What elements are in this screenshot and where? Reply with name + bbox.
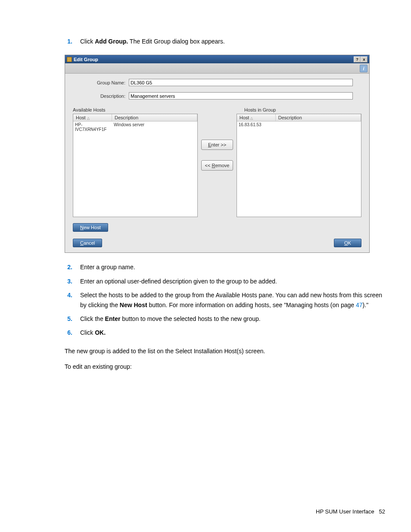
available-hosts-table[interactable]: Host△ Description HP-IVC7XRN4YF1F Window… bbox=[73, 114, 198, 217]
close-button[interactable]: x bbox=[361, 56, 367, 62]
step-3: 3. Enter an optional user-defined descri… bbox=[65, 277, 385, 286]
intro-paragraph: To edit an existing group: bbox=[65, 362, 385, 371]
description-label: Description: bbox=[73, 93, 129, 99]
cell-host: 16.83.61.53 bbox=[237, 121, 276, 128]
col-host[interactable]: Host△ bbox=[237, 114, 276, 121]
cancel-button[interactable]: Cancel bbox=[73, 239, 102, 247]
group-name-input[interactable] bbox=[129, 79, 353, 86]
step-number: 1. bbox=[65, 37, 80, 46]
page-link[interactable]: 47 bbox=[356, 302, 363, 308]
ok-button[interactable]: OK bbox=[334, 239, 361, 247]
edit-group-dialog: Edit Group ? x i Group Name: Description… bbox=[65, 55, 370, 253]
step-text: Click Add Group. The Edit Group dialog b… bbox=[80, 37, 385, 46]
description-input[interactable] bbox=[129, 92, 353, 100]
group-name-row: Group Name: bbox=[73, 79, 361, 86]
enter-button[interactable]: Enter >> bbox=[201, 140, 233, 150]
table-row[interactable]: 16.83.61.53 bbox=[237, 121, 361, 128]
help-button[interactable]: ? bbox=[354, 56, 361, 62]
instruction-list-after: 2. Enter a group name. 3. Enter an optio… bbox=[65, 262, 385, 337]
titlebar-buttons: ? x bbox=[354, 56, 367, 62]
table-header: Host△ Description bbox=[237, 114, 361, 121]
sort-icon: △ bbox=[250, 116, 253, 120]
table-row[interactable]: HP-IVC7XRN4YF1F Windows server bbox=[73, 121, 197, 133]
dialog-title: Edit Group bbox=[74, 57, 98, 62]
group-name-label: Group Name: bbox=[73, 80, 129, 85]
sort-icon: △ bbox=[87, 116, 90, 120]
result-paragraph: The new group is added to the list on th… bbox=[65, 346, 385, 356]
cell-host: HP-IVC7XRN4YF1F bbox=[73, 121, 112, 133]
step-number: 2. bbox=[65, 262, 80, 272]
instruction-list-before: 1. Click Add Group. The Edit Group dialo… bbox=[65, 37, 385, 46]
step-4: 4. Select the hosts to be added to the g… bbox=[65, 290, 385, 310]
hosts-in-group-table[interactable]: Host△ Description 16.83.61.53 bbox=[237, 114, 361, 217]
step-number: 6. bbox=[65, 328, 80, 337]
col-description[interactable]: Description bbox=[276, 114, 361, 121]
footer-page-number: 52 bbox=[379, 508, 385, 515]
step-text: Enter a group name. bbox=[80, 262, 385, 272]
remove-button[interactable]: << Remove bbox=[201, 160, 233, 171]
step-text: Enter an optional user-defined descripti… bbox=[80, 277, 385, 286]
table-header: Host△ Description bbox=[73, 114, 197, 121]
dialog-titlebar: Edit Group ? x bbox=[65, 55, 369, 63]
col-host[interactable]: Host△ bbox=[73, 114, 112, 121]
new-host-button[interactable]: New Host bbox=[73, 223, 108, 232]
step-text: Click OK. bbox=[80, 328, 385, 337]
step-text: Click the Enter button to move the selec… bbox=[80, 314, 385, 324]
cell-desc: Windows server bbox=[112, 121, 197, 133]
transfer-buttons: Enter >> << Remove bbox=[198, 114, 237, 171]
description-row: Description: bbox=[73, 92, 361, 100]
available-hosts-label: Available Hosts bbox=[73, 107, 206, 112]
hosts-in-group-label: Hosts in Group bbox=[244, 107, 276, 112]
step-text: Select the hosts to be added to the grou… bbox=[80, 290, 385, 310]
cell-desc bbox=[276, 121, 361, 128]
titlebar-left: Edit Group bbox=[67, 57, 98, 62]
app-icon bbox=[67, 57, 72, 62]
step-1: 1. Click Add Group. The Edit Group dialo… bbox=[65, 37, 385, 46]
step-number: 4. bbox=[65, 290, 80, 310]
step-6: 6. Click OK. bbox=[65, 328, 385, 337]
footer-section: HP SUM User Interface bbox=[316, 508, 374, 515]
step-2: 2. Enter a group name. bbox=[65, 262, 385, 272]
step-5: 5. Click the Enter button to move the se… bbox=[65, 314, 385, 324]
page-footer: HP SUM User Interface 52 bbox=[316, 508, 385, 515]
toolbar-strip: i bbox=[65, 63, 369, 74]
info-icon[interactable]: i bbox=[360, 65, 367, 72]
col-description[interactable]: Description bbox=[112, 114, 197, 121]
step-number: 3. bbox=[65, 277, 80, 286]
step-number: 5. bbox=[65, 314, 80, 324]
